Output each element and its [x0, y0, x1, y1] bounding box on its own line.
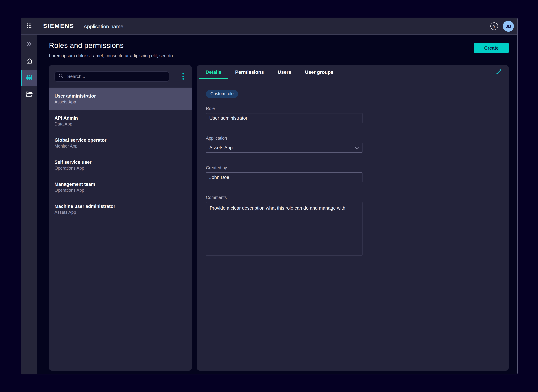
details-form: Custom role Role Application Assets App [197, 79, 509, 256]
folder-icon [26, 91, 33, 98]
siemens-logo: SIEMENS [43, 23, 74, 30]
search-input[interactable] [66, 73, 166, 79]
comments-field-group: Comments Provide a clear description wha… [206, 195, 500, 256]
role-app: Assets App [55, 99, 186, 104]
role-app: Operations App [55, 166, 186, 170]
application-label: Application [206, 136, 500, 141]
kebab-icon [182, 73, 184, 75]
created-by-label: Created by [206, 165, 500, 170]
role-name: User administrator [55, 93, 186, 98]
search-icon [58, 73, 64, 80]
comments-textarea[interactable]: Provide a clear description what this ro… [206, 202, 362, 256]
top-bar: SIEMENS Application name ? JD [21, 18, 517, 35]
role-field-group: Role [206, 106, 500, 123]
search-box [55, 71, 169, 82]
created-by-input[interactable] [206, 172, 362, 182]
app-window: SIEMENS Application name ? JD [21, 18, 518, 374]
list-menu-button[interactable] [179, 71, 188, 82]
role-name: Management team [55, 182, 186, 187]
role-name: Self service user [55, 159, 186, 165]
panels: User administrator Assets App API Admin … [49, 65, 509, 371]
chevron-down-icon [355, 146, 359, 149]
comments-label: Comments [206, 195, 500, 200]
sidebar-item-users-roles[interactable] [21, 70, 37, 86]
sidebar-expand-button[interactable] [24, 40, 34, 49]
question-icon: ? [493, 24, 496, 28]
roles-list-panel: User administrator Assets App API Admin … [49, 65, 192, 371]
role-details-panel: Details Permissions Users User groups [197, 65, 509, 371]
help-button[interactable]: ? [490, 22, 498, 30]
tab-users[interactable]: Users [271, 65, 298, 79]
main-content: Roles and permissions Lorem ipsum dolor … [37, 35, 517, 374]
role-list-item[interactable]: API Admin Data App [49, 110, 192, 132]
role-list-item[interactable]: Global service operator Monitor App [49, 132, 192, 154]
app-launcher-button[interactable] [21, 18, 37, 34]
home-icon [26, 57, 33, 65]
role-list-item[interactable]: User administrator Assets App [49, 88, 192, 110]
role-name: API Admin [55, 115, 186, 121]
page-subtitle: Lorem ipsum dolor sit amet, consectetur … [49, 53, 173, 58]
tab-permissions[interactable]: Permissions [228, 65, 271, 79]
sidebar-items [21, 53, 37, 103]
avatar[interactable]: JD [503, 21, 514, 32]
edit-button[interactable] [494, 68, 502, 76]
application-field-group: Application Assets App [206, 136, 500, 153]
people-group-icon [25, 74, 33, 82]
role-name: Global service operator [55, 137, 186, 143]
role-list-item[interactable]: Management team Operations App [49, 176, 192, 198]
app-body: Roles and permissions Lorem ipsum dolor … [21, 35, 517, 374]
app-launcher-grid-icon [26, 23, 32, 30]
role-app: Operations App [55, 188, 186, 192]
tabs: Details Permissions Users User groups [197, 65, 509, 79]
role-list-item[interactable]: Self service user Operations App [49, 154, 192, 176]
tab-user-groups[interactable]: User groups [298, 65, 340, 79]
role-app: Monitor App [55, 144, 186, 148]
role-list-item[interactable]: Machine user administrator Assets App [49, 198, 192, 220]
application-select-value: Assets App [209, 145, 233, 150]
application-name: Application name [84, 23, 123, 29]
created-by-field-group: Created by [206, 165, 500, 182]
page-header-text: Roles and permissions Lorem ipsum dolor … [49, 35, 173, 58]
sidebar-item-files[interactable] [21, 86, 37, 103]
role-input[interactable] [206, 113, 362, 123]
page-title: Roles and permissions [49, 41, 173, 50]
header-actions: ? JD [490, 21, 514, 32]
double-chevron-right-icon [26, 42, 32, 47]
application-select[interactable]: Assets App [206, 143, 362, 153]
sidebar [21, 35, 37, 374]
screen: SIEMENS Application name ? JD [0, 0, 538, 392]
roles-list: User administrator Assets App API Admin … [49, 88, 192, 371]
sidebar-item-home[interactable] [21, 53, 37, 70]
role-name: Machine user administrator [55, 204, 186, 209]
tab-details[interactable]: Details [199, 65, 228, 79]
pencil-icon [496, 69, 501, 75]
page-header: Roles and permissions Lorem ipsum dolor … [49, 35, 509, 65]
role-label: Role [206, 106, 500, 111]
role-app: Assets App [55, 210, 186, 215]
role-app: Data App [55, 121, 186, 126]
custom-role-badge: Custom role [206, 90, 238, 98]
create-button[interactable]: Create [474, 43, 509, 53]
roles-list-header [49, 65, 192, 88]
